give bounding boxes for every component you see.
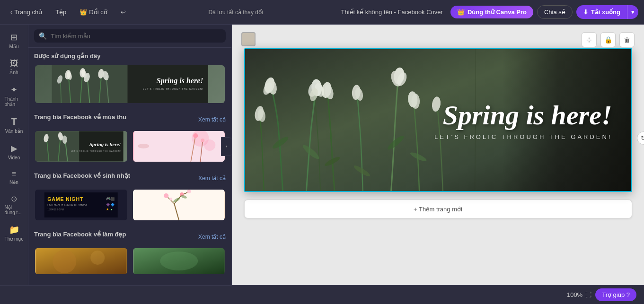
birthday-see-all[interactable]: Xem tất cả <box>198 175 226 182</box>
help-button[interactable]: Trợ giúp ? <box>595 288 636 301</box>
template-preview-beauty-2 <box>133 248 225 274</box>
svg-point-30 <box>204 139 215 151</box>
autumn-see-all[interactable]: Xem tất cả <box>198 116 226 123</box>
canvas-toolbar: ⊹ 🔒 🗑 <box>582 32 635 47</box>
canva-pro-button[interactable]: 👑 Dùng thử Canva Pro <box>450 6 533 18</box>
fullscreen-icon: ⛶ <box>585 291 591 298</box>
design-canvas[interactable]: Spring is here! LET'S FROLIC THROUGH THE… <box>244 48 632 192</box>
svg-point-24 <box>62 135 67 144</box>
download-dropdown-button[interactable]: ▾ <box>627 5 638 19</box>
list-item[interactable] <box>132 130 226 163</box>
design-title: Thiết kế không tên - Facebook Cover <box>341 9 442 16</box>
zoom-control[interactable]: 100% ⛶ <box>567 291 591 298</box>
list-item[interactable] <box>132 247 226 275</box>
sidebar-item-thu-muc[interactable]: 📁 Thư mục <box>2 221 26 245</box>
sidebar-item-van-ban[interactable]: T Văn bản <box>2 113 26 138</box>
download-main-button[interactable]: ⬇ Tải xuống <box>576 5 627 19</box>
search-icon: 🔍 <box>39 32 47 40</box>
beauty-section-header: Trang bìa Facebook về làm đẹp Xem tất cả <box>34 231 226 243</box>
list-item[interactable] <box>34 247 128 275</box>
collapse-sidebar-button[interactable]: ‹ <box>221 137 231 156</box>
svg-text:LET'S FROLIC THROUGH THE GARDE: LET'S FROLIC THROUGH THE GARDEN! <box>71 150 121 152</box>
add-page-button[interactable]: + Thêm trang mới <box>244 200 632 218</box>
autumn-templates: Spring is here! LET'S FROLIC THROUGH THE… <box>34 130 226 163</box>
sidebar-item-video[interactable]: ▶ Video <box>2 139 26 164</box>
svg-point-59 <box>90 251 105 265</box>
sidebar-item-nen[interactable]: ≡ Nền <box>2 166 26 189</box>
sidebar-item-thanh-phan[interactable]: ✦ Thành phần <box>2 81 26 111</box>
svg-text:👾: 👾 <box>106 202 110 207</box>
undo-button[interactable]: ↩ <box>116 6 131 18</box>
birthday-templates: GAME NIGHT FOR HENRY'S 33RD BIRTHDAY 15/… <box>34 189 226 221</box>
svg-text:GAME NIGHT: GAME NIGHT <box>47 196 83 202</box>
lock-icon: 🔒 <box>604 36 612 43</box>
search-input[interactable] <box>51 33 221 40</box>
canvas-wrapper: ↻ <box>244 48 632 228</box>
list-item[interactable] <box>132 189 226 221</box>
list-item[interactable]: Spring is here! LET'S FROLIC THROUGH THE… <box>34 64 226 104</box>
svg-text:FOR HENRY'S 33RD BIRTHDAY: FOR HENRY'S 33RD BIRTHDAY <box>47 203 87 206</box>
position-icon: ⊹ <box>586 36 592 43</box>
sidebar-item-noi-dung[interactable]: ⊙ Nội dung t... <box>2 191 26 219</box>
beauty-section-title: Trang bìa Facebook về làm đẹp <box>34 231 126 238</box>
svg-text:●: ● <box>111 208 113 211</box>
svg-text:15/24/18  9 3PM: 15/24/18 9 3PM <box>47 208 63 211</box>
svg-text:Spring is here!: Spring is here! <box>157 77 203 85</box>
svg-point-77 <box>411 94 420 109</box>
search-section: 🔍 <box>28 25 231 48</box>
sidebar-scroll-content: Được sử dụng gần đây <box>28 48 231 285</box>
svg-point-34 <box>201 139 204 142</box>
svg-point-51 <box>164 193 168 198</box>
home-button[interactable]: ‹ Trang chủ <box>6 6 47 18</box>
delete-tool-button[interactable]: 🗑 <box>619 32 635 47</box>
position-tool-button[interactable]: ⊹ <box>582 32 597 47</box>
svg-point-33 <box>193 133 198 138</box>
svg-point-61 <box>160 252 198 270</box>
svg-rect-46 <box>134 190 224 220</box>
svg-text:LET'S FROLIC THROUGH THE GARDE: LET'S FROLIC THROUGH THE GARDEN! <box>143 87 203 90</box>
svg-rect-57 <box>36 248 126 274</box>
svg-text:⬛: ⬛ <box>111 197 115 201</box>
autumn-section-header: Trang bìa Facebook về mùa thu Xem tất cả <box>34 113 226 125</box>
sidebar-item-anh[interactable]: 🖼 Ảnh <box>2 55 26 79</box>
canvas-subtitle-text[interactable]: LET'S FROLIC THROUGH THE GARDEN! <box>434 133 612 140</box>
list-item[interactable]: GAME NIGHT FOR HENRY'S 33RD BIRTHDAY 15/… <box>34 189 128 221</box>
photo-icon: 🖼 <box>10 59 18 69</box>
recent-section-title: Được sử dụng gần đây <box>34 52 226 60</box>
recent-templates: Spring is here! LET'S FROLIC THROUGH THE… <box>34 64 226 104</box>
main-area: ⊞ Mẫu 🖼 Ảnh ✦ Thành phần T Văn bản ▶ Vid… <box>0 25 644 285</box>
template-preview-gamenight: GAME NIGHT FOR HENRY'S 33RD BIRTHDAY 15/… <box>35 190 127 220</box>
birthday-section-title: Trang bìa Facebook về sinh nhật <box>34 172 130 179</box>
sidebar-item-mau[interactable]: ⊞ Mẫu <box>2 28 26 53</box>
download-button-group: ⬇ Tải xuống ▾ <box>576 5 638 19</box>
topbar: ‹ Trang chủ Tệp 👑 Đổi cỡ ↩ Đã lưu tất cả… <box>0 0 644 25</box>
search-box: 🔍 <box>34 29 226 43</box>
resize-icon: 👑 <box>79 9 87 16</box>
template-preview-spring-main: Spring is here! LET'S FROLIC THROUGH THE… <box>35 65 225 103</box>
svg-point-53 <box>187 190 191 193</box>
template-sidebar: 🔍 Được sử dụng gần đây <box>28 25 232 285</box>
file-button[interactable]: Tệp <box>51 6 71 18</box>
svg-text:★: ★ <box>106 208 109 211</box>
canvas-area: ⊹ 🔒 🗑 ↻ <box>232 25 644 285</box>
chevron-left-icon: ‹ <box>10 9 12 16</box>
trash-icon: 🗑 <box>624 36 630 43</box>
save-status: Đã lưu tất cả thay đổi <box>209 9 263 16</box>
svg-point-35 <box>138 144 149 148</box>
color-swatch[interactable] <box>241 32 256 46</box>
lock-tool-button[interactable]: 🔒 <box>600 32 616 47</box>
bottom-bar: 100% ⛶ Trợ giúp ? <box>0 285 644 304</box>
beauty-see-all[interactable]: Xem tất cả <box>198 234 226 240</box>
content-icon: ⊙ <box>11 194 17 203</box>
share-button[interactable]: Chia sẻ <box>537 5 573 19</box>
template-preview-autumn-2 <box>133 131 225 162</box>
resize-button[interactable]: 👑 Đổi cỡ <box>75 6 112 18</box>
svg-point-58 <box>53 250 76 273</box>
template-preview-birthday-2 <box>133 190 225 220</box>
canvas-title-text[interactable]: Spring is here! <box>434 100 612 130</box>
rotate-handle[interactable]: ↻ <box>637 131 644 145</box>
list-item[interactable]: Spring is here! LET'S FROLIC THROUGH THE… <box>34 130 128 163</box>
zoom-value: 100% <box>567 291 582 298</box>
download-icon: ⬇ <box>583 9 588 16</box>
template-icon: ⊞ <box>10 32 18 43</box>
